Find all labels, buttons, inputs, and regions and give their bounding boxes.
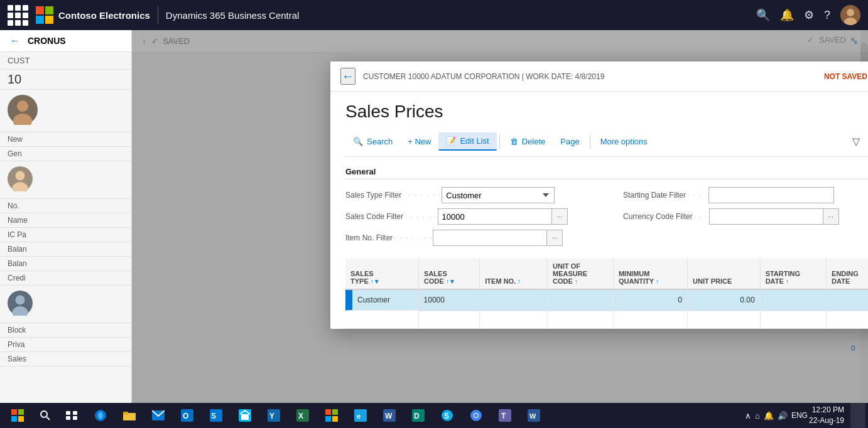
list-view-button[interactable]: ≡ xyxy=(865,132,868,151)
app-title: Dynamics 365 Business Central xyxy=(166,10,300,21)
cronus-header: ← CRONUS xyxy=(0,30,131,52)
starting-date-filter-input[interactable] xyxy=(708,187,834,203)
col-header-item-no[interactable]: ITEM NO. ↑ xyxy=(480,259,548,289)
search-icon[interactable]: 🔍 xyxy=(756,8,770,22)
dots-1: · · · · · · · xyxy=(403,192,442,199)
section-title-general: General xyxy=(345,167,868,179)
dots-2: · · · · · · xyxy=(404,213,438,220)
app-grid-icon[interactable] xyxy=(8,5,28,26)
cust-label: CUST xyxy=(0,52,131,70)
search-button[interactable]: 🔍 Search xyxy=(345,133,400,150)
svg-rect-2 xyxy=(36,16,44,24)
sales-type-filter-label: Sales Type Filter · · · · · · · xyxy=(345,191,442,200)
general-section: General Sales Type Filter · · · · · · · … xyxy=(345,167,868,246)
dialog-page-title: Sales Prices xyxy=(345,102,868,122)
svg-rect-3 xyxy=(45,16,53,24)
sales-prices-table: SALESTYPE ↑▼ SALESCODE ↑▼ ITEM NO. ↑ UNI… xyxy=(345,259,868,329)
not-saved-label: NOT SAVED xyxy=(824,72,867,81)
content-area: ↑ ✓ SAVED ⤡ ← CUSTOMER 10000 ADATUM CORP… xyxy=(132,30,868,403)
main-layout: ← CRONUS CUST 10 New Gen No. Name IC Pa … xyxy=(0,30,868,403)
svg-rect-0 xyxy=(36,6,44,14)
dialog-titlebar: ← CUSTOMER 10000 ADATUM CORPORATION | WO… xyxy=(330,62,868,92)
user-avatar[interactable] xyxy=(840,5,860,25)
svg-point-14 xyxy=(16,296,25,305)
col-header-min-quantity[interactable]: MINIMUMQUANTITY ↑ xyxy=(613,259,687,289)
currency-code-filter-input[interactable] xyxy=(709,208,823,225)
logo-icon xyxy=(36,6,53,24)
delete-button[interactable]: 🗑 Delete xyxy=(502,133,553,150)
cell-unit-price: 0.00 xyxy=(688,289,761,311)
settings-icon[interactable]: ⚙ xyxy=(804,8,814,22)
customer-avatar-2 xyxy=(0,161,131,199)
left-sidebar: ← CRONUS CUST 10 New Gen No. Name IC Pa … xyxy=(0,30,132,403)
sales-type-filter-control: Customer Customer Price Group All Custom… xyxy=(442,187,555,203)
help-icon[interactable]: ? xyxy=(824,9,830,22)
avatar-image xyxy=(840,5,860,25)
delete-icon: 🗑 xyxy=(510,137,518,146)
sales-code-filter-input-group: ··· xyxy=(438,208,568,225)
item-no-filter-label: Item No. Filter · · · · · · · xyxy=(345,233,433,242)
sidebar-item-balan2: Balan xyxy=(0,257,131,271)
toolbar-divider-2 xyxy=(590,134,590,149)
edit-list-button[interactable]: 📝 Edit List xyxy=(438,132,496,151)
item-no-filter-input-group: ··· xyxy=(433,230,563,246)
edit-list-icon: 📝 xyxy=(446,136,456,146)
cell-min-quantity: 0 xyxy=(613,289,687,311)
sales-type-value: Customer xyxy=(352,292,395,308)
dialog-back-button[interactable]: ← xyxy=(340,68,355,85)
svg-rect-1 xyxy=(45,6,53,14)
dialog-body: Sales Prices 🔍 Search + New 📝 Edit List xyxy=(330,92,868,329)
cell-unit-of-measure xyxy=(548,289,614,311)
cell-item-no xyxy=(480,289,548,311)
app-logo: Contoso Electronics xyxy=(36,6,150,24)
col-header-sales-type[interactable]: SALESTYPE ↑▼ xyxy=(345,259,419,289)
col-header-unit-of-measure[interactable]: UNIT OFMEASURECODE ↑ xyxy=(548,259,614,289)
nav-divider xyxy=(158,6,158,24)
svg-point-5 xyxy=(847,9,854,16)
col-header-ending-date[interactable]: ENDINGDATE xyxy=(827,259,868,289)
sales-prices-table-container: SALESTYPE ↑▼ SALESCODE ↑▼ ITEM NO. ↑ UNI… xyxy=(345,259,868,329)
cell-sales-type: Customer xyxy=(345,290,419,311)
currency-code-filter-ellipsis-button[interactable]: ··· xyxy=(823,208,839,225)
top-nav-icons: 🔍 🔔 ⚙ ? xyxy=(756,5,860,25)
starting-date-filter-row: Starting Date Filter · · · · xyxy=(623,187,868,203)
cell-starting-date xyxy=(760,289,826,311)
sales-code-filter-ellipsis-button[interactable]: ··· xyxy=(551,208,568,225)
sales-code-filter-input[interactable] xyxy=(438,208,551,225)
page-button[interactable]: Page xyxy=(553,133,587,150)
back-button[interactable]: ← xyxy=(10,35,20,46)
more-options-button[interactable]: More options xyxy=(593,133,655,150)
sales-code-filter-control: ··· xyxy=(438,208,568,225)
item-no-filter-input[interactable] xyxy=(433,230,546,246)
sales-prices-dialog: ← CUSTOMER 10000 ADATUM CORPORATION | WO… xyxy=(330,62,868,329)
bell-icon[interactable]: 🔔 xyxy=(780,8,794,22)
svg-point-8 xyxy=(17,100,28,112)
top-navbar: Contoso Electronics Dynamics 365 Busines… xyxy=(0,0,868,30)
sales-type-filter-row: Sales Type Filter · · · · · · · Customer… xyxy=(345,187,603,203)
filter-button[interactable]: ▽ xyxy=(847,132,865,151)
cell-sales-code: 10000 xyxy=(419,289,480,311)
customer-avatar-1 xyxy=(0,90,131,132)
sidebar-item-name: Name xyxy=(0,213,131,228)
new-button[interactable]: + New xyxy=(400,133,438,150)
item-no-filter-ellipsis-button[interactable]: ··· xyxy=(546,230,563,246)
sidebar-item-sales: Sales xyxy=(0,352,131,366)
sales-type-filter-select[interactable]: Customer Customer Price Group All Custom… xyxy=(442,187,555,203)
starting-date-filter-control xyxy=(708,187,834,203)
col-header-starting-date[interactable]: STARTINGDATE ↑ xyxy=(760,259,826,289)
table-row-empty xyxy=(345,311,868,328)
table-row[interactable]: Customer 10000 0 0.00 xyxy=(345,289,868,311)
table-header-row: SALESTYPE ↑▼ SALESCODE ↑▼ ITEM NO. ↑ UNI… xyxy=(345,259,868,289)
sidebar-item-no: No. xyxy=(0,199,131,213)
row-indicator xyxy=(347,290,352,310)
sales-code-filter-row: Sales Code Filter · · · · · · ··· xyxy=(345,208,603,225)
currency-code-filter-input-group: ··· xyxy=(709,208,839,225)
col-header-unit-price[interactable]: UNIT PRICE xyxy=(688,259,761,289)
cell-ending-date xyxy=(827,289,868,311)
sidebar-item-priva: Priva xyxy=(0,338,131,352)
item-no-filter-row: Item No. Filter · · · · · · · ··· xyxy=(345,230,603,246)
col-header-sales-code[interactable]: SALESCODE ↑▼ xyxy=(419,259,480,289)
currency-code-filter-label: Currency Code Filter · · · xyxy=(623,212,709,221)
cronus-code: CRONUS xyxy=(28,36,66,46)
sales-code-filter-label: Sales Code Filter · · · · · · xyxy=(345,212,438,221)
